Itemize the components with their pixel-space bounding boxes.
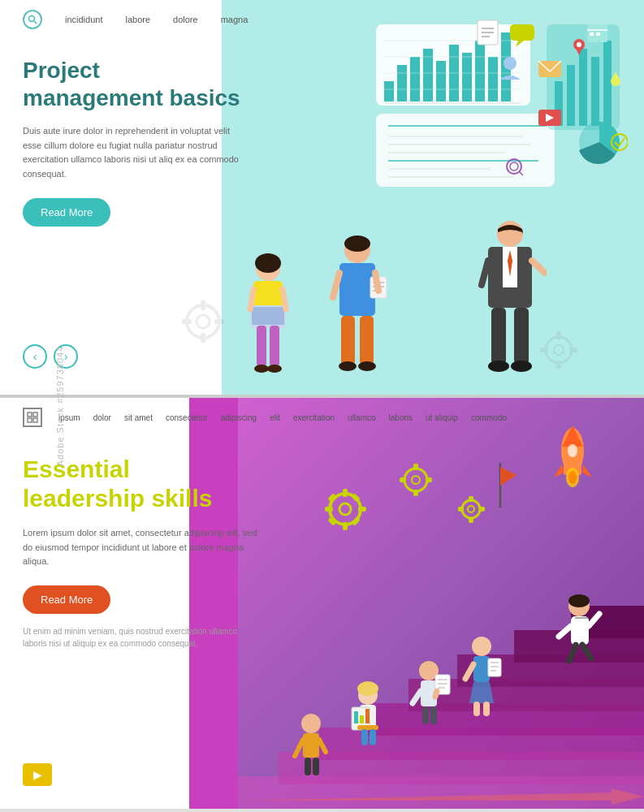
svg-rect-126	[413, 464, 418, 470]
adobe-stock-watermark: Adobe Stock #259738044	[55, 346, 65, 467]
slide1-prev-arrow[interactable]: ‹	[23, 344, 47, 369]
svg-rect-105	[33, 418, 37, 422]
slide1-person-female	[236, 248, 300, 395]
nav-link-2[interactable]: labore	[125, 15, 150, 24]
svg-rect-103	[33, 412, 37, 417]
svg-rect-61	[596, 32, 600, 36]
svg-rect-184	[571, 616, 589, 645]
slide2-nav-link-4[interactable]: consectetur	[166, 413, 208, 422]
slide2-nav-links: ipsum dolor sit amet consectetur adipisc…	[58, 413, 507, 422]
svg-point-90	[339, 361, 357, 371]
svg-rect-19	[436, 61, 446, 102]
svg-rect-182	[483, 702, 490, 716]
slide2-gear-1	[323, 487, 368, 535]
slide1-content: Project management basics Duis aute irur…	[23, 57, 250, 227]
svg-line-74	[283, 289, 286, 309]
svg-rect-134	[458, 507, 464, 512]
svg-point-190	[568, 594, 590, 607]
slide2-nav-link-6[interactable]: elit	[270, 413, 280, 422]
slide2-nav-link-8[interactable]: ullamco	[348, 413, 375, 422]
slide2-nav-link-3[interactable]: sit amet	[124, 413, 153, 422]
slide1-chart-area	[376, 16, 628, 195]
svg-point-47	[577, 42, 581, 47]
svg-rect-127	[413, 490, 418, 496]
slide2-nav-link-10[interactable]: ut aliquip	[426, 413, 458, 422]
svg-rect-11	[569, 348, 577, 352]
gear-decoration-1	[179, 297, 227, 346]
slide1-nav: incididunt labore dolore magna	[0, 10, 644, 29]
slide2-video-icon[interactable]: ▶	[23, 763, 52, 786]
svg-point-80	[344, 235, 370, 252]
svg-rect-81	[339, 263, 375, 316]
slide2-nav-link-9[interactable]: laboris	[389, 413, 413, 422]
svg-rect-129	[426, 477, 432, 482]
svg-line-96	[532, 261, 545, 273]
svg-point-57	[504, 57, 516, 70]
svg-rect-104	[28, 418, 32, 422]
svg-point-92	[497, 221, 523, 247]
slide2-body-text: Lorem ipsum dolor sit amet, consectetur …	[23, 526, 258, 569]
nav-search-icon[interactable]	[23, 10, 42, 29]
svg-rect-42	[591, 57, 599, 126]
svg-point-115	[339, 503, 351, 515]
slide2-nav-link-2[interactable]: dolor	[93, 413, 111, 422]
svg-point-69	[255, 253, 281, 273]
svg-point-12	[29, 16, 35, 22]
svg-rect-174	[473, 656, 490, 682]
svg-point-130	[462, 500, 480, 518]
slide2-nav-link-5[interactable]: adipiscing	[221, 413, 257, 422]
svg-point-173	[472, 637, 491, 656]
svg-rect-148	[303, 733, 319, 758]
svg-rect-43	[603, 41, 612, 126]
slide2-nav-link-11[interactable]: commodo	[471, 413, 507, 422]
slide2-body-text2: Ut enim ad minim veniam, quis nostrud ex…	[23, 625, 258, 650]
svg-rect-152	[313, 758, 319, 775]
svg-point-101	[511, 361, 532, 372]
slide2-nav-link-7[interactable]: exercitation	[293, 413, 335, 422]
svg-line-73	[250, 289, 253, 309]
svg-point-7	[554, 345, 564, 355]
slide1-nav-links: incididunt labore dolore magna	[65, 15, 248, 24]
slide2-staircase	[238, 565, 644, 809]
nav-link-3[interactable]: dolore	[173, 15, 198, 24]
nav-link-4[interactable]: magna	[221, 15, 249, 24]
slide2-read-more-button[interactable]: Read More	[23, 585, 110, 614]
svg-rect-128	[400, 477, 406, 482]
svg-rect-157	[354, 711, 358, 723]
svg-point-113	[568, 471, 577, 484]
svg-rect-161	[361, 729, 368, 745]
svg-rect-88	[341, 316, 355, 365]
slide1-read-more-button[interactable]: Read More	[23, 198, 110, 227]
svg-marker-110	[554, 464, 564, 477]
svg-marker-180	[469, 682, 494, 703]
nav-link-1[interactable]: incididunt	[65, 15, 102, 24]
svg-rect-162	[370, 729, 376, 745]
svg-rect-118	[325, 507, 333, 512]
svg-rect-17	[410, 57, 420, 102]
svg-rect-60	[590, 32, 594, 36]
slide1-arrows: ‹ ›	[23, 344, 78, 369]
svg-point-125	[412, 476, 420, 484]
svg-rect-75	[257, 326, 266, 366]
slide1-person-male-back	[325, 232, 390, 395]
svg-rect-8	[556, 331, 561, 339]
svg-line-86	[333, 273, 339, 297]
svg-rect-159	[365, 709, 370, 723]
slide2-content: Essential leadership skills Lorem ipsum …	[23, 455, 258, 650]
nav-grid-icon[interactable]	[23, 408, 42, 427]
svg-line-13	[34, 21, 37, 24]
slide2-gear-2	[399, 463, 433, 500]
svg-rect-15	[384, 81, 394, 102]
svg-point-131	[468, 506, 474, 512]
svg-rect-30	[376, 114, 555, 187]
svg-rect-76	[270, 326, 279, 366]
svg-point-109	[568, 444, 577, 457]
svg-rect-171	[422, 706, 429, 724]
svg-rect-5	[214, 319, 224, 324]
flag-icon	[494, 463, 518, 512]
svg-point-91	[358, 361, 376, 371]
svg-rect-132	[469, 496, 473, 502]
svg-rect-175	[488, 659, 501, 676]
svg-rect-116	[343, 489, 348, 497]
svg-rect-41	[579, 49, 587, 126]
